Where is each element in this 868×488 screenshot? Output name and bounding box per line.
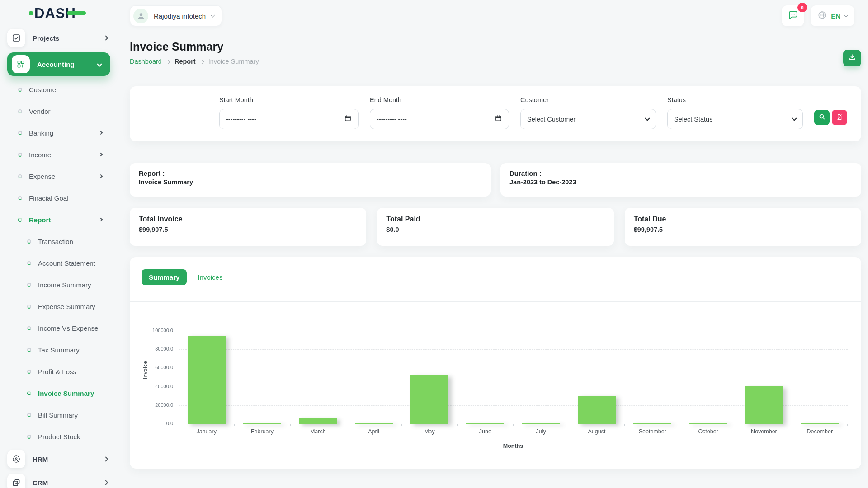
sidebar-item-customer[interactable]: Customer xyxy=(0,79,119,100)
sidebar-item-banking[interactable]: Banking xyxy=(0,122,119,144)
sidebar-item-label: Income Summary xyxy=(38,281,91,289)
total-due-label: Total Due xyxy=(634,215,852,223)
calendar-icon[interactable] xyxy=(344,114,352,124)
sidebar-item-label: Account Statement xyxy=(38,259,95,267)
bullet-icon xyxy=(18,174,22,178)
chevron-right-icon xyxy=(99,174,103,178)
projects-icon xyxy=(7,29,25,47)
search-button[interactable] xyxy=(814,110,830,125)
download-button[interactable] xyxy=(843,50,861,66)
bar-column xyxy=(234,331,290,424)
sidebar-item-income[interactable]: Income xyxy=(0,144,119,165)
end-month-placeholder: --------- ---- xyxy=(377,116,407,123)
duration-card-title: Duration : xyxy=(509,169,852,177)
chevron-right-icon xyxy=(200,60,203,63)
hrm-icon xyxy=(7,450,25,468)
sidebar-item-profit-loss[interactable]: Profit & Loss xyxy=(0,361,119,382)
sidebar-item-expense[interactable]: Expense xyxy=(0,165,119,187)
bars-container xyxy=(179,331,848,424)
sidebar-item-label: Banking xyxy=(29,129,53,137)
bar-august[interactable] xyxy=(578,396,616,424)
x-tick-label: December xyxy=(792,428,848,435)
total-invoice-label: Total Invoice xyxy=(139,215,357,223)
page-header: Invoice Summary Dashboard Report Invoice… xyxy=(130,40,861,66)
chevron-right-icon xyxy=(99,218,103,221)
bullet-icon xyxy=(18,153,22,157)
sidebar-item-projects[interactable]: Projects xyxy=(0,26,119,50)
chevron-right-icon xyxy=(99,153,103,156)
bar-march[interactable] xyxy=(299,418,337,424)
customer-select[interactable]: Select Customer xyxy=(520,109,656,129)
sidebar-item-label: Product Stock xyxy=(38,433,80,441)
accounting-icon xyxy=(12,55,30,73)
sidebar-item-report[interactable]: Report xyxy=(0,209,119,230)
sidebar-item-label: Tax Summary xyxy=(38,346,80,354)
sidebar-item-accounting[interactable]: Accounting xyxy=(7,52,110,76)
download-icon xyxy=(848,53,856,63)
bar-may[interactable] xyxy=(410,375,448,424)
bar-column xyxy=(290,331,346,424)
sidebar-item-vendor[interactable]: Vendor xyxy=(0,100,119,122)
customer-group: Customer Select Customer xyxy=(520,96,656,129)
y-tick-label: 60000.0 xyxy=(132,365,173,370)
tab-invoices[interactable]: Invoices xyxy=(190,269,230,285)
bar-column xyxy=(736,331,792,424)
sidebar-item-label: Customer xyxy=(29,86,58,94)
tab-summary[interactable]: Summary xyxy=(142,269,187,285)
breadcrumb-report[interactable]: Report xyxy=(175,58,196,65)
start-month-label: Start Month xyxy=(219,96,359,103)
chevron-down-icon xyxy=(97,61,102,66)
chevron-right-icon xyxy=(103,35,108,40)
chevron-right-icon xyxy=(103,456,108,461)
total-invoice-card: Total Invoice $99,907.5 xyxy=(130,208,366,246)
reset-filter-button[interactable] xyxy=(832,110,847,125)
sidebar-item-transaction[interactable]: Transaction xyxy=(0,230,119,252)
breadcrumb-current: Invoice Summary xyxy=(208,58,259,65)
sidebar-item-income-vs-expense[interactable]: Income Vs Expense xyxy=(0,317,119,339)
customer-label: Customer xyxy=(520,96,656,103)
sidebar-item-product-stock[interactable]: Product Stock xyxy=(0,426,119,447)
sidebar-item-label: Finacial Goal xyxy=(29,194,69,202)
x-tick-label: November xyxy=(736,428,792,435)
sidebar-item-label: Invoice Summary xyxy=(38,389,94,397)
calendar-icon[interactable] xyxy=(495,114,502,124)
sidebar-item-account-statement[interactable]: Account Statement xyxy=(0,252,119,274)
end-month-label: End Month xyxy=(370,96,509,103)
search-icon xyxy=(818,113,826,122)
sidebar-item-crm[interactable]: CRM xyxy=(0,471,119,488)
x-tick-label: September xyxy=(625,428,680,435)
status-select[interactable]: Select Status xyxy=(667,109,803,129)
bar-column xyxy=(625,331,680,424)
start-month-placeholder: --------- ---- xyxy=(226,116,256,123)
logo-dot-icon xyxy=(29,11,33,15)
logo: DASH xyxy=(0,0,119,26)
bullet-icon xyxy=(27,326,31,330)
bullet-icon xyxy=(27,305,31,309)
file-slash-icon xyxy=(836,113,843,122)
sidebar-item-hrm[interactable]: HRM xyxy=(0,447,119,471)
status-group: Status Select Status xyxy=(667,96,803,129)
sidebar-item-income-summary[interactable]: Income Summary xyxy=(0,274,119,296)
y-tick-label: 0.0 xyxy=(132,421,173,426)
logo-link[interactable]: DASH xyxy=(29,6,76,20)
bar-january[interactable] xyxy=(188,336,226,424)
bullet-icon xyxy=(27,370,31,374)
sidebar-item-tax-summary[interactable]: Tax Summary xyxy=(0,339,119,361)
report-info-row: Report : Invoice Summary Duration : Jan-… xyxy=(130,163,861,197)
bar-november[interactable] xyxy=(745,386,783,424)
breadcrumb-dashboard[interactable]: Dashboard xyxy=(130,58,162,65)
duration-card: Duration : Jan-2023 to Dec-2023 xyxy=(500,163,861,197)
sidebar-item-finacial-goal[interactable]: Finacial Goal xyxy=(0,187,119,209)
sidebar-item-label: Income Vs Expense xyxy=(38,324,98,332)
bullet-icon xyxy=(18,109,22,113)
start-month-input[interactable]: --------- ---- xyxy=(219,109,359,129)
logo-dash-icon xyxy=(67,11,86,15)
sidebar-item-bill-summary[interactable]: Bill Summary xyxy=(0,404,119,426)
sidebar-item-label: Accounting xyxy=(37,61,75,68)
sidebar-item-invoice-summary[interactable]: Invoice Summary xyxy=(0,382,119,404)
bullet-icon xyxy=(27,391,31,395)
end-month-input[interactable]: --------- ---- xyxy=(370,109,509,129)
sidebar-item-label: Expense Summary xyxy=(38,303,95,310)
chart-card: Summary Invoices Invoice Months 100000.0… xyxy=(130,257,861,469)
sidebar-item-expense-summary[interactable]: Expense Summary xyxy=(0,296,119,317)
